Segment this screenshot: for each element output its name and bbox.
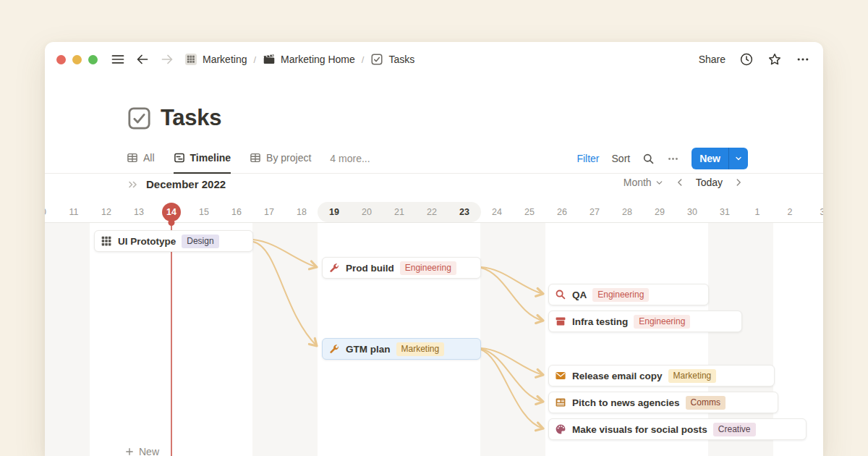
breadcrumb-label: Marketing Home <box>281 54 355 65</box>
next-period-icon[interactable] <box>733 177 744 187</box>
date-label: 3 <box>820 202 823 222</box>
task-title: UI Prototype <box>118 236 176 247</box>
clapperboard-icon <box>263 53 276 66</box>
task-card-prod-build[interactable]: Prod buildEngineering <box>322 257 481 279</box>
task-tag: Comms <box>686 396 726 410</box>
task-card-pitch-to-news-agencies[interactable]: Pitch to news agenciesComms <box>548 392 778 413</box>
menu-icon[interactable] <box>111 52 125 67</box>
task-card-release-email-copy[interactable]: Release email copyMarketing <box>548 365 775 387</box>
task-title: Make visuals for social posts <box>572 424 707 435</box>
date-label: 18 <box>297 202 307 222</box>
date-label: 10 <box>45 202 46 222</box>
table-view-icon <box>127 152 138 164</box>
task-title: Prod build <box>346 263 394 274</box>
box-icon <box>555 316 566 327</box>
date-label: 23 <box>459 202 469 222</box>
date-label: 28 <box>622 202 632 222</box>
newspaper-icon <box>555 397 566 408</box>
date-label: 25 <box>524 202 535 222</box>
task-card-qa[interactable]: QAEngineering <box>548 284 709 305</box>
toolbar-actions: Filter Sort New <box>576 143 748 174</box>
today-marker-dot <box>169 219 175 226</box>
breadcrumb-label: Marketing <box>203 54 247 65</box>
view-settings-icon[interactable] <box>667 153 679 165</box>
breadcrumb-separator: / <box>361 54 365 65</box>
breadcrumb-item[interactable]: Marketing Home <box>263 53 355 66</box>
tabs-more-button[interactable]: 4 more... <box>330 143 370 174</box>
traffic-lights <box>56 55 98 64</box>
new-row-button[interactable]: New <box>124 446 159 456</box>
task-card-infra-testing[interactable]: Infra testingEngineering <box>548 311 742 332</box>
prev-period-icon[interactable] <box>675 177 685 187</box>
task-tag: Engineering <box>592 288 649 302</box>
back-icon[interactable] <box>135 52 150 67</box>
palette-icon <box>555 423 566 435</box>
today-button[interactable]: Today <box>696 177 723 188</box>
tab-timeline[interactable]: Timeline <box>174 143 231 174</box>
task-card-ui-prototype[interactable]: UI PrototypeDesign <box>94 230 253 252</box>
chevron-down-icon <box>655 178 664 187</box>
date-label: 16 <box>231 202 242 222</box>
new-button-label[interactable]: New <box>692 148 728 169</box>
titlebar: Marketing/Marketing Home/Tasks Share <box>45 42 823 77</box>
envelope-icon <box>555 370 566 381</box>
tab-label: All <box>143 152 155 164</box>
filter-button[interactable]: Filter <box>576 153 599 164</box>
close-window-button[interactable] <box>56 55 66 64</box>
task-tag: Design <box>182 235 218 248</box>
task-card-make-visuals-for-social-posts[interactable]: Make visuals for social postsCreative <box>548 418 807 440</box>
task-tag: Creative <box>713 423 756 436</box>
sort-button[interactable]: Sort <box>612 153 631 164</box>
favorite-star-icon[interactable] <box>767 52 782 67</box>
task-card-gtm-plan[interactable]: GTM planMarketing <box>322 338 481 360</box>
date-label: 27 <box>590 202 600 222</box>
new-row-label: New <box>139 446 159 456</box>
share-button[interactable]: Share <box>699 54 726 65</box>
date-label: 17 <box>264 202 274 222</box>
date-label: 15 <box>199 202 209 222</box>
date-label: 24 <box>492 202 502 222</box>
weekend-column <box>45 223 90 456</box>
minimize-window-button[interactable] <box>72 55 82 64</box>
search-icon[interactable] <box>642 153 655 165</box>
history-clock-icon[interactable] <box>739 52 754 67</box>
weekend-column <box>252 223 318 456</box>
date-label: 29 <box>655 202 665 222</box>
double-chevron-icon[interactable] <box>127 179 139 190</box>
new-button[interactable]: New <box>692 148 748 169</box>
date-label: 1 <box>755 202 760 222</box>
new-dropdown-chevron-icon[interactable] <box>728 148 748 169</box>
page-head: Tasks <box>127 105 221 131</box>
view-toolbar: AllTimelineBy project4 more... Filter So… <box>45 143 823 174</box>
task-tag: Engineering <box>400 261 456 275</box>
wrench-icon <box>328 343 340 355</box>
breadcrumb-item[interactable]: Marketing <box>184 53 247 66</box>
timeline-header: December 2022 Month Today 10111213141516… <box>45 174 823 223</box>
date-label: 20 <box>362 202 372 222</box>
date-label: 13 <box>134 202 144 222</box>
task-title: QA <box>572 290 587 300</box>
search-icon <box>555 289 566 300</box>
zoom-window-button[interactable] <box>88 55 98 64</box>
breadcrumb-separator: / <box>252 54 257 65</box>
task-tag: Marketing <box>396 342 445 356</box>
timeline-scale-select[interactable]: Month <box>624 177 664 188</box>
breadcrumb: Marketing/Marketing Home/Tasks <box>184 53 414 66</box>
date-label: 12 <box>101 202 111 222</box>
grid-thumb-icon <box>184 53 197 66</box>
timeline-body: New UI PrototypeDesignProd buildEngineer… <box>45 223 823 456</box>
breadcrumb-label: Tasks <box>388 54 414 65</box>
task-title: Infra testing <box>572 316 628 327</box>
breadcrumb-item[interactable]: Tasks <box>370 53 414 66</box>
page-checkbox-icon[interactable] <box>127 106 152 131</box>
forward-icon[interactable] <box>160 52 174 67</box>
page-title[interactable]: Tasks <box>161 105 221 131</box>
tab-label: Timeline <box>190 152 231 164</box>
date-row: 1011121314151617181920212223242526272829… <box>45 202 823 222</box>
tab-all[interactable]: All <box>127 143 155 174</box>
more-options-icon[interactable] <box>796 52 810 67</box>
app-window: Marketing/Marketing Home/Tasks Share Tas… <box>45 42 823 456</box>
tab-label: By project <box>266 152 311 164</box>
tab-by-project[interactable]: By project <box>250 143 311 174</box>
date-label: 22 <box>427 202 437 222</box>
